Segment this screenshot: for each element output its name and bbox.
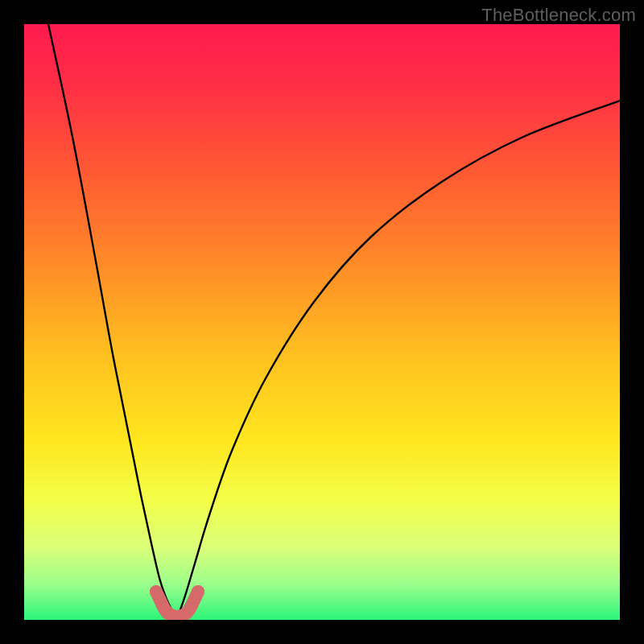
valley-marker-dot (192, 585, 204, 598)
plot-area (24, 24, 620, 620)
outer-frame: TheBottleneck.com (0, 0, 644, 644)
curve-right-branch (177, 101, 620, 618)
valley-marker-u (156, 592, 198, 617)
valley-marker-dot (150, 585, 163, 598)
valley-marker (150, 585, 204, 617)
curve-left-branch (48, 24, 177, 618)
watermark-text: TheBottleneck.com (481, 5, 636, 26)
curve-layer (24, 24, 620, 620)
